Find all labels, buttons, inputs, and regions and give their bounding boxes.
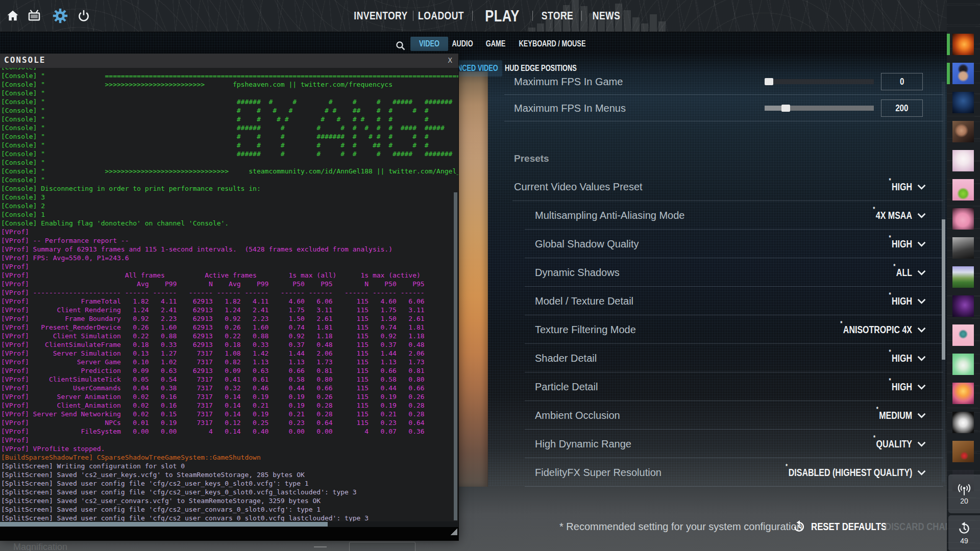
friend-avatar[interactable] — [952, 179, 974, 201]
tab-audio[interactable]: AUDIO — [443, 37, 482, 51]
console-line: [VProf] — [1, 262, 458, 271]
setting-row: Multisampling Anti-Aliasing Mode*4X MSAA — [487, 201, 943, 230]
scrollbar-thumb[interactable] — [942, 219, 945, 360]
console-output[interactable]: [Console] "[Console] " =================… — [0, 68, 458, 521]
setting-dropdown[interactable]: *ANISOTROPIC 4X — [822, 315, 926, 344]
history-clock-icon — [957, 521, 971, 536]
nav-separator — [472, 11, 473, 21]
console-line: [SplitScreen] Saved user config file 'cf… — [1, 479, 458, 488]
console-line: [VProf] Present_RenderDevice 0.26 1.60 6… — [1, 323, 458, 332]
setting-dropdown[interactable]: *HIGH — [883, 344, 926, 372]
friend-avatar[interactable] — [952, 441, 974, 462]
slider-handle[interactable] — [765, 78, 773, 85]
history-widget[interactable]: 49 — [948, 515, 980, 551]
friend-avatar[interactable] — [952, 383, 974, 404]
console-line: [Console] " # # # ####### # # # # # # # — [1, 132, 458, 141]
console-line: [Console] " — [1, 89, 458, 97]
friend-avatar[interactable] — [952, 266, 974, 288]
setting-dropdown[interactable]: *HIGH — [883, 230, 926, 258]
friend-avatar[interactable] — [952, 34, 974, 55]
broadcast-count: 20 — [960, 497, 968, 505]
console-line: [VProf] FPS: Avg=550.0, P1=243.6 — [1, 254, 458, 262]
console-line: [VProf] Summary of 62913 frames and 115 … — [1, 245, 458, 254]
fps-game-value[interactable]: 0 — [881, 73, 923, 90]
friend-avatar[interactable] — [952, 295, 974, 317]
friend-avatar[interactable] — [952, 63, 974, 84]
console-line: [SplitScreen] Saved 'cs2_user_convars.vc… — [1, 496, 458, 505]
nav-play[interactable]: PLAY — [481, 0, 524, 32]
console-horizontal-scrollbar[interactable] — [0, 521, 458, 527]
console-titlebar[interactable]: CONSOLE X — [0, 54, 458, 68]
slider-handle[interactable] — [781, 105, 790, 112]
console-line: [VProf] Server Simulation 0.13 1.27 7317… — [1, 349, 458, 358]
fps-game-slider[interactable] — [765, 79, 874, 84]
console-line: [VProf] Server Game 0.10 1.02 7317 0.82 … — [1, 358, 458, 366]
setting-dropdown[interactable]: *HIGH — [883, 172, 926, 201]
console-vertical-scrollbar[interactable] — [454, 192, 457, 520]
setting-dropdown[interactable]: *MEDIUM — [867, 401, 926, 430]
tab-video[interactable]: VIDEO — [410, 37, 448, 51]
friend-avatar[interactable] — [952, 237, 974, 259]
setting-dropdown[interactable]: *HIGH — [883, 372, 926, 401]
console-line: [Console] 3 — [1, 193, 458, 202]
history-count: 49 — [960, 537, 968, 545]
setting-label: High Dynamic Range — [535, 430, 631, 458]
setting-dropdown[interactable]: *QUALITY — [864, 430, 926, 458]
tab-keyboard-mouse[interactable]: KEYBOARD / MOUSE — [504, 37, 600, 51]
console-line: [VProf] Client_Animation 0.02 0.16 7317 … — [1, 401, 458, 410]
console-line: [VProf] VProfLite stopped. — [1, 444, 458, 453]
scrollbar-thumb[interactable] — [0, 522, 328, 527]
broadcast-widget[interactable]: 20 — [948, 474, 980, 513]
console-line: [Console] " # # # # # # ## # # # # # — [1, 106, 458, 115]
close-icon[interactable]: X — [448, 56, 452, 64]
app-root: VIDEOAUDIOGAMEKEYBOARD / MOUSE ADVANCED … — [0, 0, 980, 551]
fps-settings: Maximum FPS In Game 0 Maximum FPS In Men… — [487, 68, 943, 121]
main-nav-bar: INVENTORY LOADOUT PLAY STORE NEWS — [0, 0, 980, 32]
setting-dropdown[interactable]: *ALL — [889, 258, 926, 287]
nav-loadout[interactable]: LOADOUT — [412, 0, 470, 32]
console-line: [SplitScreen] Saved user config file 'cf… — [1, 488, 458, 496]
console-input[interactable] — [0, 527, 458, 541]
online-status-bar — [947, 63, 950, 84]
setting-dropdown[interactable]: *DISABLED (HIGHEST QUALITY) — [754, 458, 926, 487]
setting-row: Dynamic Shadows*ALL — [487, 258, 943, 287]
chevron-down-icon — [917, 384, 926, 390]
fps-menu-slider[interactable] — [765, 106, 874, 111]
setting-dropdown[interactable]: *4X MSAA — [863, 201, 926, 230]
console-line: [VProf] — [1, 228, 458, 236]
recommended-note: * Recommended setting for your system co… — [559, 521, 802, 533]
setting-label: FidelityFX Super Resolution — [535, 458, 662, 487]
audio-visualizer-decoration — [528, 0, 681, 32]
setting-row: High Dynamic Range*QUALITY — [487, 430, 943, 458]
friend-avatar[interactable] — [952, 208, 974, 230]
setting-row: Maximum FPS In Game 0 — [487, 68, 943, 95]
background-scene-strip — [458, 71, 488, 487]
setting-label: Dynamic Shadows — [535, 258, 620, 287]
broadcast-icon — [957, 483, 972, 496]
setting-row: Maximum FPS In Menus 200 — [487, 95, 943, 121]
console-line: [Console] 2 — [1, 202, 458, 210]
fps-menu-value[interactable]: 200 — [881, 99, 923, 117]
nav-inventory[interactable]: INVENTORY — [347, 0, 414, 32]
main-nav: INVENTORY LOADOUT PLAY STORE NEWS — [0, 0, 980, 32]
friend-avatar[interactable] — [952, 324, 974, 346]
friend-avatar[interactable] — [952, 354, 974, 375]
friend-avatar[interactable] — [952, 412, 974, 433]
console-resize-grip[interactable] — [450, 528, 457, 535]
console-line: [VProf] Server Animation 0.02 0.16 7317 … — [1, 392, 458, 401]
console-line: [Console] " # # # # # # ## # # # # — [1, 141, 458, 149]
setting-dropdown[interactable]: *HIGH — [883, 287, 926, 315]
settings-scrollbar[interactable] — [942, 82, 945, 482]
console-line: [Console] 1 — [1, 210, 458, 219]
friend-avatar[interactable] — [952, 121, 974, 142]
friend-avatar[interactable] — [952, 92, 974, 113]
setting-row: Texture Filtering Mode*ANISOTROPIC 4X — [487, 315, 943, 344]
chevron-down-icon — [917, 413, 926, 418]
console-line: [Console] " — [1, 68, 458, 71]
console-line: [Console] " ###### # # # # # ##### #####… — [1, 97, 458, 106]
setting-label: Texture Filtering Mode — [535, 315, 636, 344]
setting-label: Maximum FPS In Menus — [514, 95, 626, 121]
friend-avatar[interactable] — [952, 150, 974, 171]
console-line: [SplitScreen] Saved user config file 'cf… — [1, 505, 458, 514]
console-line: [VProf] FileSystem 0.00 0.00 4 0.14 0.40… — [1, 427, 458, 436]
